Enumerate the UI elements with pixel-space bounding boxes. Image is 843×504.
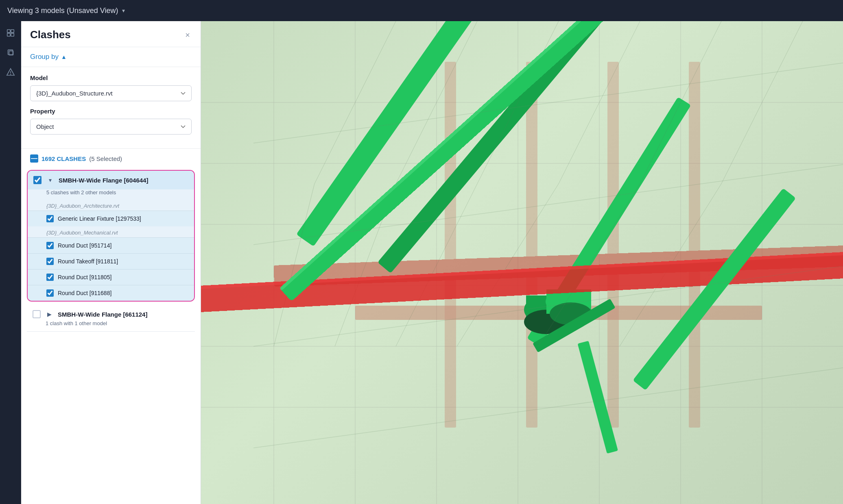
clash-item-name-rd3: Round Duct [911688] xyxy=(58,290,111,296)
clashes-count-text: 1692 CLASHES xyxy=(41,155,86,162)
svg-rect-1 xyxy=(11,30,13,33)
clash-item-round-takeoff: Round Takeoff [911811] xyxy=(28,253,194,269)
collapse-icon[interactable]: — xyxy=(30,154,38,163)
clash-group-plain: ▶ SMBH-W-Wide Flange [661124] 1 clash wi… xyxy=(27,305,195,332)
clash-item-generic-linear: Generic Linear Fixture [1297533] xyxy=(28,211,194,226)
clash-group-header-1: ▾ SMBH-W-Wide Flange [604644] xyxy=(28,171,194,189)
property-select[interactable]: Object xyxy=(30,119,192,135)
sub-model-mechanical: {3D}_Audubon_Mechanical.rvt xyxy=(28,226,194,237)
group-by-button[interactable]: Group by ▲ xyxy=(30,53,67,61)
clash-item-round-duct-1: Round Duct [951714] xyxy=(28,237,194,253)
clash-item-checkbox-rd1[interactable] xyxy=(46,242,54,249)
sidebar-title: Clashes xyxy=(30,28,71,41)
viewport[interactable] xyxy=(201,21,843,504)
model-filter-label: Model xyxy=(30,74,192,81)
warning-icon[interactable] xyxy=(4,66,17,78)
clashes-count-bar: — 1692 CLASHES (5 Selected) xyxy=(21,149,201,167)
model-select[interactable]: {3D}_Audubon_Structure.rvt xyxy=(30,85,192,101)
layers-icon[interactable] xyxy=(4,27,17,39)
svg-rect-24 xyxy=(526,62,537,428)
clash-list: ▾ SMBH-W-Wide Flange [604644] 5 clashes … xyxy=(21,167,201,504)
duplicate-icon[interactable] xyxy=(4,46,17,59)
property-filter-label: Property xyxy=(30,108,192,115)
svg-rect-4 xyxy=(8,50,13,55)
svg-rect-28 xyxy=(378,21,613,273)
clash-item-round-duct-2: Round Duct [911805] xyxy=(28,269,194,285)
svg-rect-2 xyxy=(7,33,10,36)
svg-rect-25 xyxy=(607,62,619,428)
sub-model-architecture: {3D}_Audubon_Architecture.rvt xyxy=(28,200,194,211)
clash-group-sub-2: 1 clash with 1 other model xyxy=(27,319,195,326)
clash-group-name-2: SMBH-W-Wide Flange [661124] xyxy=(58,311,147,318)
clash-item-round-duct-3: Round Duct [911688] xyxy=(28,285,194,301)
clash-group-checkbox-1[interactable] xyxy=(33,176,41,184)
topbar-chevron-icon[interactable]: ▾ xyxy=(122,7,125,14)
clashes-selected-text: (5 Selected) xyxy=(89,155,122,162)
svg-rect-26 xyxy=(689,62,700,428)
clash-group-sub-1: 5 clashes with 2 other models xyxy=(28,189,194,200)
sidebar-panel: Clashes × Group by ▲ Model {3D}_Audubon_… xyxy=(21,21,201,504)
clash-group-checkbox-2[interactable] xyxy=(33,310,41,318)
main-content: Clashes × Group by ▲ Model {3D}_Audubon_… xyxy=(0,21,843,504)
topbar: Viewing 3 models (Unsaved View) ▾ xyxy=(0,0,843,21)
filters-section: Model {3D}_Audubon_Structure.rvt Propert… xyxy=(21,67,201,149)
close-button[interactable]: × xyxy=(183,29,192,41)
icon-rail xyxy=(0,21,21,504)
clash-item-checkbox-rd2[interactable] xyxy=(46,274,54,281)
clash-item-name-rd1: Round Duct [951714] xyxy=(58,242,111,249)
sidebar-header: Clashes × xyxy=(21,21,201,47)
clash-item-checkbox-generic[interactable] xyxy=(46,215,54,222)
clash-group-selected: ▾ SMBH-W-Wide Flange [604644] 5 clashes … xyxy=(27,170,195,302)
clash-item-checkbox-rt[interactable] xyxy=(46,258,54,265)
clash-group-plain-header: ▶ SMBH-W-Wide Flange [661124] xyxy=(27,310,195,319)
svg-rect-0 xyxy=(7,30,10,33)
clash-group-name-1: SMBH-W-Wide Flange [604644] xyxy=(59,177,188,184)
topbar-title: Viewing 3 models (Unsaved View) xyxy=(7,7,118,15)
clash-item-name-generic: Generic Linear Fixture [1297533] xyxy=(58,215,141,222)
clash-item-name-rt: Round Takeoff [911811] xyxy=(58,258,118,265)
group-by-arrow-icon: ▲ xyxy=(61,54,67,60)
clash-group-expand-2[interactable]: ▶ xyxy=(45,310,54,319)
svg-rect-54 xyxy=(633,188,796,390)
svg-point-7 xyxy=(10,74,11,74)
svg-rect-3 xyxy=(11,33,13,36)
viewport-bim-scene xyxy=(201,21,843,504)
clash-item-name-rd2: Round Duct [911805] xyxy=(58,274,111,280)
clash-group-expand-1[interactable]: ▾ xyxy=(46,176,55,185)
group-by-section: Group by ▲ xyxy=(21,47,201,67)
group-by-label: Group by xyxy=(30,53,59,61)
app-container: Viewing 3 models (Unsaved View) ▾ xyxy=(0,0,843,504)
clash-item-checkbox-rd3[interactable] xyxy=(46,289,54,297)
